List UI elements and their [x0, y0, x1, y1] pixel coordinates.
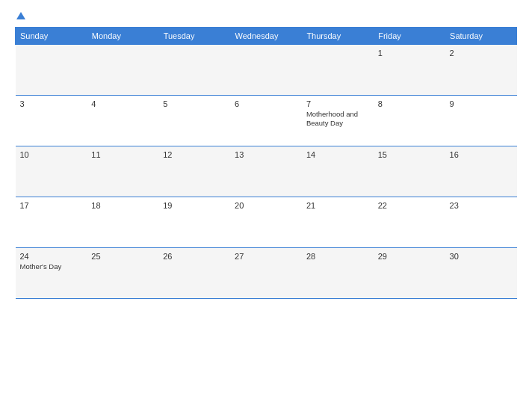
date-number: 27	[235, 252, 297, 261]
page: SundayMondayTuesdayWednesdayThursdayFrid…	[0, 0, 532, 411]
calendar: SundayMondayTuesdayWednesdayThursdayFrid…	[15, 27, 517, 299]
calendar-cell: 14	[302, 146, 374, 197]
date-number: 4	[91, 99, 154, 108]
calendar-cell	[87, 45, 158, 96]
date-number: 7	[306, 99, 369, 108]
date-number: 6	[235, 99, 297, 108]
date-number: 22	[378, 201, 441, 210]
calendar-cell	[158, 45, 230, 96]
weekday-header-saturday: Saturday	[445, 28, 517, 45]
date-number: 17	[20, 201, 83, 210]
weekday-header-sunday: Sunday	[16, 28, 87, 45]
date-number: 3	[20, 99, 83, 108]
calendar-cell: 28	[302, 248, 374, 299]
calendar-cell: 21	[302, 197, 374, 248]
date-number: 9	[450, 99, 513, 108]
date-number: 5	[163, 99, 226, 108]
date-number: 11	[91, 150, 154, 159]
event-label: Mother's Day	[20, 262, 83, 271]
calendar-cell: 3	[16, 96, 87, 146]
weekday-header-tuesday: Tuesday	[158, 28, 230, 45]
calendar-cell: 18	[87, 197, 158, 248]
calendar-cell: 9	[445, 96, 517, 146]
date-number: 1	[378, 49, 441, 58]
calendar-cell: 26	[158, 248, 230, 299]
date-number: 30	[450, 252, 513, 261]
calendar-cell: 11	[87, 146, 158, 197]
date-number: 14	[306, 150, 369, 159]
calendar-cell	[16, 45, 87, 96]
calendar-cell: 2	[445, 45, 517, 96]
calendar-cell: 10	[16, 146, 87, 197]
date-number: 21	[306, 201, 369, 210]
calendar-cell: 25	[87, 248, 158, 299]
logo	[15, 12, 25, 19]
date-number: 2	[450, 49, 513, 58]
date-number: 13	[235, 150, 297, 159]
event-label: Motherhood and Beauty Day	[306, 110, 369, 129]
calendar-cell: 24Mother's Day	[16, 248, 87, 299]
week-row-1: 12	[16, 45, 517, 96]
calendar-cell: 13	[230, 146, 302, 197]
date-number: 16	[450, 150, 513, 159]
date-number: 18	[91, 201, 154, 210]
calendar-cell	[230, 45, 302, 96]
date-number: 15	[378, 150, 441, 159]
weekday-header-monday: Monday	[87, 28, 158, 45]
calendar-cell: 12	[158, 146, 230, 197]
calendar-cell: 1	[374, 45, 445, 96]
week-row-5: 24Mother's Day252627282930	[16, 248, 517, 299]
date-number: 24	[20, 252, 83, 261]
date-number: 29	[378, 252, 441, 261]
calendar-cell: 6	[230, 96, 302, 146]
calendar-cell: 16	[445, 146, 517, 197]
calendar-cell: 30	[445, 248, 517, 299]
calendar-cell: 15	[374, 146, 445, 197]
calendar-cell	[302, 45, 374, 96]
calendar-cell: 17	[16, 197, 87, 248]
weekday-header-thursday: Thursday	[302, 28, 374, 45]
calendar-cell: 22	[374, 197, 445, 248]
week-row-3: 10111213141516	[16, 146, 517, 197]
calendar-cell: 4	[87, 96, 158, 146]
date-number: 23	[450, 201, 513, 210]
date-number: 26	[163, 252, 226, 261]
calendar-cell: 23	[445, 197, 517, 248]
weekday-header-friday: Friday	[374, 28, 445, 45]
week-row-4: 17181920212223	[16, 197, 517, 248]
calendar-cell: 5	[158, 96, 230, 146]
date-number: 20	[235, 201, 297, 210]
weekday-header-wednesday: Wednesday	[230, 28, 302, 45]
calendar-cell: 20	[230, 197, 302, 248]
header	[15, 12, 517, 19]
calendar-cell: 29	[374, 248, 445, 299]
calendar-cell: 27	[230, 248, 302, 299]
calendar-cell: 8	[374, 96, 445, 146]
date-number: 12	[163, 150, 226, 159]
date-number: 10	[20, 150, 83, 159]
calendar-cell: 7Motherhood and Beauty Day	[302, 96, 374, 146]
calendar-cell: 19	[158, 197, 230, 248]
date-number: 28	[306, 252, 369, 261]
date-number: 19	[163, 201, 226, 210]
date-number: 8	[378, 99, 441, 108]
logo-triangle-icon	[16, 12, 25, 19]
date-number: 25	[91, 252, 154, 261]
weekday-header-row: SundayMondayTuesdayWednesdayThursdayFrid…	[16, 28, 517, 45]
week-row-2: 34567Motherhood and Beauty Day89	[16, 96, 517, 146]
